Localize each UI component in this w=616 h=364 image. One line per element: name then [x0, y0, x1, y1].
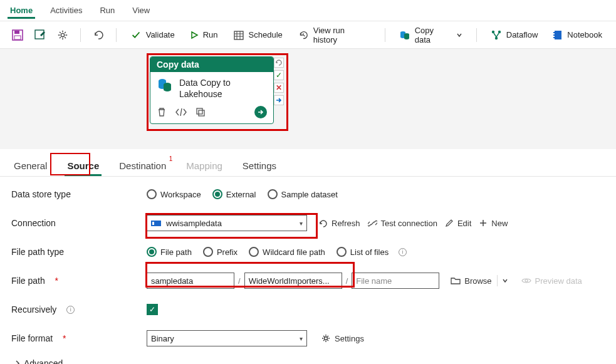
run-label: Run: [203, 30, 218, 39]
separator: [80, 28, 81, 42]
radio-list-of-files[interactable]: List of files i: [337, 247, 407, 257]
check-icon: [130, 29, 142, 41]
radio-file-path[interactable]: File path: [147, 247, 192, 257]
menu-activities[interactable]: Activities: [48, 2, 85, 19]
notebook-icon: [553, 29, 563, 41]
chevron-right-icon: [14, 360, 21, 364]
validate-button[interactable]: Validate: [125, 26, 180, 44]
tab-general[interactable]: General: [11, 155, 50, 176]
file-format-value: Binary: [151, 334, 174, 343]
svg-rect-30: [199, 110, 204, 116]
schedule-button[interactable]: Schedule: [228, 26, 288, 44]
label-file-format: File format *: [11, 333, 147, 343]
menu-home[interactable]: Home: [8, 2, 35, 19]
undo-icon[interactable]: [90, 26, 107, 44]
svg-rect-21: [553, 34, 555, 36]
svg-point-16: [492, 30, 494, 33]
play-icon: [190, 31, 199, 39]
svg-rect-2: [14, 36, 21, 39]
recursively-checkbox[interactable]: ✓: [147, 304, 158, 315]
eye-icon: [521, 277, 531, 284]
svg-rect-19: [555, 31, 561, 39]
radio-sample-dataset[interactable]: Sample dataset: [268, 189, 338, 199]
label-connection: Connection: [11, 218, 147, 228]
chevron-down-icon: [456, 32, 462, 38]
radio-wildcard[interactable]: Wildcard file path: [249, 247, 325, 257]
connection-dropdown[interactable]: wwisampledata ▾: [147, 215, 307, 231]
view-run-history-label: View run history: [313, 26, 371, 44]
chevron-down-icon: ▾: [300, 220, 303, 227]
connection-icon: [151, 219, 161, 227]
container-input[interactable]: sampledata: [147, 273, 234, 289]
label-file-path-type: File path type: [11, 247, 147, 257]
info-icon[interactable]: i: [399, 248, 407, 256]
edit-connection-button[interactable]: Edit: [441, 215, 475, 231]
svg-rect-20: [553, 32, 555, 33]
node-handle-neutral[interactable]: [274, 58, 284, 68]
tab-destination[interactable]: Destination1: [117, 155, 169, 176]
delete-icon[interactable]: [157, 107, 167, 117]
preview-data-button: Preview data: [518, 273, 586, 289]
gear-icon: [321, 333, 331, 343]
copy-icon[interactable]: [196, 107, 206, 117]
arrow-right-icon: [257, 108, 264, 116]
menu-view[interactable]: View: [130, 2, 152, 19]
refresh-button[interactable]: Refresh: [315, 215, 364, 231]
chevron-down-icon: ▾: [300, 335, 303, 342]
node-handle-fail[interactable]: ✕: [274, 83, 284, 93]
test-connection-button[interactable]: Test connection: [364, 215, 441, 231]
validate-label: Validate: [146, 30, 175, 39]
folder-icon: [451, 276, 461, 285]
file-format-settings-button[interactable]: Settings: [317, 330, 368, 346]
tab-settings[interactable]: Settings: [240, 155, 279, 176]
svg-point-17: [498, 30, 501, 33]
new-connection-button[interactable]: New: [475, 215, 511, 231]
radio-prefix[interactable]: Prefix: [203, 247, 238, 257]
browse-dropdown[interactable]: [499, 278, 511, 284]
save-as-icon[interactable]: [31, 26, 49, 44]
save-icon[interactable]: [9, 26, 26, 44]
directory-input[interactable]: WideWorldImporters...: [244, 273, 342, 289]
filename-input[interactable]: File name: [352, 273, 439, 289]
browse-button[interactable]: Browse: [447, 273, 495, 289]
label-recursively: Recursively i: [11, 304, 147, 315]
tab-mapping: Mapping: [184, 155, 225, 176]
pencil-icon: [445, 219, 454, 227]
settings-gear-icon[interactable]: [54, 26, 71, 44]
svg-point-15: [404, 36, 409, 39]
refresh-icon: [318, 219, 328, 228]
separator: [476, 28, 477, 42]
calendar-icon: [233, 29, 244, 41]
canvas[interactable]: Copy data Data Copy to Lakehouse ✓ ✕: [0, 49, 616, 149]
menu-run[interactable]: Run: [97, 2, 117, 19]
copy-data-node[interactable]: Copy data Data Copy to Lakehouse: [150, 56, 274, 124]
node-handle-success[interactable]: ✓: [274, 70, 284, 80]
svg-point-34: [325, 337, 328, 340]
notebook-button[interactable]: Notebook: [548, 26, 607, 44]
advanced-toggle[interactable]: Advanced: [11, 358, 605, 364]
view-run-history-button[interactable]: View run history: [293, 26, 376, 44]
svg-rect-29: [197, 108, 202, 114]
radio-workspace[interactable]: Workspace: [147, 189, 201, 199]
svg-point-4: [61, 33, 64, 36]
info-icon[interactable]: i: [66, 306, 75, 314]
svg-rect-5: [234, 31, 243, 39]
svg-rect-32: [152, 222, 154, 225]
svg-point-33: [525, 279, 528, 282]
node-handle-completion[interactable]: [274, 95, 284, 105]
separator: [497, 275, 498, 286]
radio-external[interactable]: External: [212, 189, 256, 199]
dataflow-button[interactable]: Dataflow: [486, 26, 543, 44]
svg-point-18: [495, 36, 498, 39]
node-run-button[interactable]: [254, 106, 267, 118]
history-icon: [298, 29, 309, 41]
separator: [116, 28, 117, 42]
copy-data-button[interactable]: Copy data: [394, 26, 467, 44]
run-button[interactable]: Run: [185, 26, 223, 44]
tab-source[interactable]: Source: [65, 155, 102, 176]
code-icon[interactable]: [175, 108, 187, 117]
file-format-dropdown[interactable]: Binary ▾: [147, 330, 307, 346]
cylinder-icon: [399, 29, 410, 41]
copy-data-label: Copy data: [415, 26, 452, 44]
separator: [385, 28, 385, 42]
